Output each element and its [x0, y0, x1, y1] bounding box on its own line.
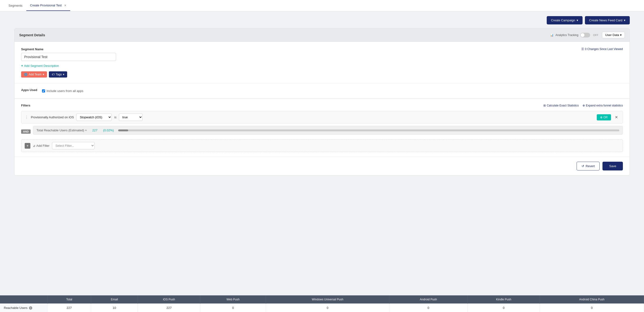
card-header: Segment Details 📊 Analytics Tracking OFF…: [14, 28, 630, 42]
add-filter-plus-button[interactable]: +: [25, 143, 30, 149]
chevron-down-icon: ▾: [576, 18, 578, 22]
filters-section: Filters ⊞ Calculate Exact Statistics ⊕ E…: [14, 99, 630, 157]
filter-app-select[interactable]: Stopwatch (iOS): [76, 114, 112, 121]
revert-icon: ↺: [582, 164, 584, 168]
tags-button[interactable]: 🏷 Tags ▾: [49, 71, 67, 77]
segment-name-section: Segment Name ☰ 0 Changes Since Last View…: [14, 42, 630, 83]
segment-name-row: Segment Name ☰ 0 Changes Since Last View…: [21, 47, 623, 61]
reachable-text: Total Reachable Users (Estimated) ≈: [36, 128, 87, 132]
analytics-chart-icon: 📊: [550, 33, 554, 37]
create-news-feed-button[interactable]: Create News Feed Card ▾: [585, 16, 630, 24]
chevron-down-icon: ▾: [63, 73, 64, 76]
chevron-down-icon: ▾: [624, 18, 626, 22]
main-content: Create Campaign ▾ Create News Feed Card …: [0, 11, 644, 180]
calculator-icon: ⊞: [544, 104, 546, 107]
reachable-bar: [118, 129, 128, 131]
filter-row-1: ⋮ Provisionally Authorized on iOS Stopwa…: [21, 111, 623, 123]
plus-icon: ⊕: [600, 116, 602, 119]
save-button[interactable]: Save: [602, 162, 623, 170]
tab-close-icon[interactable]: ✕: [64, 4, 66, 7]
reachable-bar-container: [118, 129, 619, 131]
add-filter-label: ⊿ Add Filter: [33, 144, 50, 147]
filters-actions: ⊞ Calculate Exact Statistics ⊕ Expand ex…: [544, 104, 623, 107]
and-badge: AND: [21, 129, 30, 134]
filter-operator-text: is: [114, 115, 116, 119]
filters-header: Filters ⊞ Calculate Exact Statistics ⊕ E…: [21, 104, 623, 107]
chevron-down-icon: ▾: [620, 33, 622, 37]
add-filter-row: + ⊿ Add Filter Select Filter...: [21, 139, 623, 152]
include-all-apps-checkbox-label[interactable]: Include users from all apps: [42, 89, 83, 93]
filters-title: Filters: [21, 104, 30, 107]
tab-create-provisional-test[interactable]: Create Provisional Test ✕: [26, 0, 70, 11]
or-button[interactable]: ⊕ OR: [597, 114, 611, 120]
segment-name-left: Segment Name: [21, 47, 581, 61]
add-segment-description-link[interactable]: + Add Segment Description: [21, 64, 623, 67]
tab-segments[interactable]: Segments: [5, 0, 26, 11]
remove-filter-button[interactable]: ✕: [614, 114, 619, 120]
select-filter-dropdown[interactable]: Select Filter...: [52, 142, 95, 149]
changes-since-last-viewed-link[interactable]: ☰ 0 Changes Since Last Viewed: [581, 47, 623, 51]
card-footer: ↺ Revert Save: [14, 157, 630, 175]
analytics-toggle[interactable]: [580, 33, 590, 37]
action-buttons-row: Create Campaign ▾ Create News Feed Card …: [14, 16, 630, 24]
segment-details-title: Segment Details: [19, 33, 45, 37]
include-all-apps-checkbox[interactable]: [42, 89, 45, 92]
plus-circle-icon: ⊕: [582, 104, 585, 107]
segment-name-label: Segment Name: [21, 47, 581, 51]
reachable-count: 227: [92, 128, 98, 132]
tag-icon: 🏷: [52, 73, 54, 76]
globe-icon: 🌐: [24, 73, 28, 76]
tag-buttons-row: 🌐 Add Team ▾ 🏷 Tags ▾: [21, 71, 623, 77]
user-data-button[interactable]: User Data ▾: [602, 32, 625, 38]
toggle-knob: [581, 33, 584, 37]
card-header-right: 📊 Analytics Tracking OFF User Data ▾: [550, 32, 625, 38]
filter-icon: ⊿: [33, 144, 35, 147]
expand-funnel-statistics-link[interactable]: ⊕ Expand extra funnel statistics: [582, 104, 623, 107]
analytics-tracking-area: 📊 Analytics Tracking OFF: [550, 33, 598, 37]
filter-value-select[interactable]: true: [119, 114, 142, 121]
calculate-exact-statistics-link[interactable]: ⊞ Calculate Exact Statistics: [544, 104, 579, 107]
reachable-row-container: AND Total Reachable Users (Estimated) ≈ …: [21, 126, 623, 137]
segment-name-input[interactable]: [21, 53, 116, 61]
tab-bar: Segments Create Provisional Test ✕: [0, 0, 644, 11]
reachable-pct: (0.02%): [103, 128, 114, 132]
drag-handle-icon[interactable]: ⋮: [25, 115, 28, 119]
apps-used-label: Apps Used: [21, 88, 37, 92]
reachable-users-row: Total Reachable Users (Estimated) ≈ 227 …: [33, 126, 623, 135]
revert-button[interactable]: ↺ Revert: [576, 162, 600, 170]
list-icon: ☰: [581, 47, 584, 51]
chevron-down-icon: ▾: [43, 73, 44, 76]
plus-icon: +: [21, 64, 23, 67]
apps-used-section: Apps Used Include users from all apps: [14, 83, 630, 99]
create-campaign-button[interactable]: Create Campaign ▾: [547, 16, 582, 24]
filter-condition-text: Provisionally Authorized on iOS: [31, 115, 74, 119]
segment-card: Segment Details 📊 Analytics Tracking OFF…: [14, 28, 630, 175]
add-team-button[interactable]: 🌐 Add Team ▾: [21, 71, 47, 77]
